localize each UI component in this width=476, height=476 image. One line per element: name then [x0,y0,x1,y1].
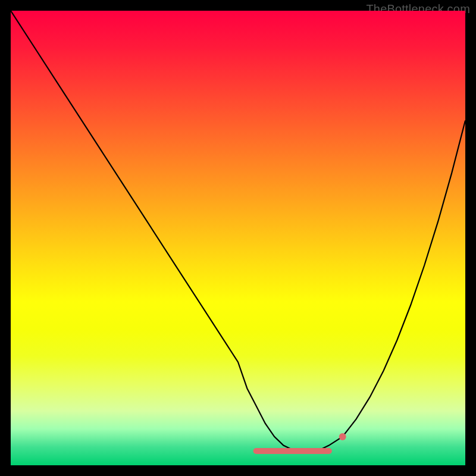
chart-area [11,11,465,465]
curve-marker-dot [339,433,346,440]
curve-svg [11,11,465,465]
bottleneck-curve-path [11,11,465,450]
